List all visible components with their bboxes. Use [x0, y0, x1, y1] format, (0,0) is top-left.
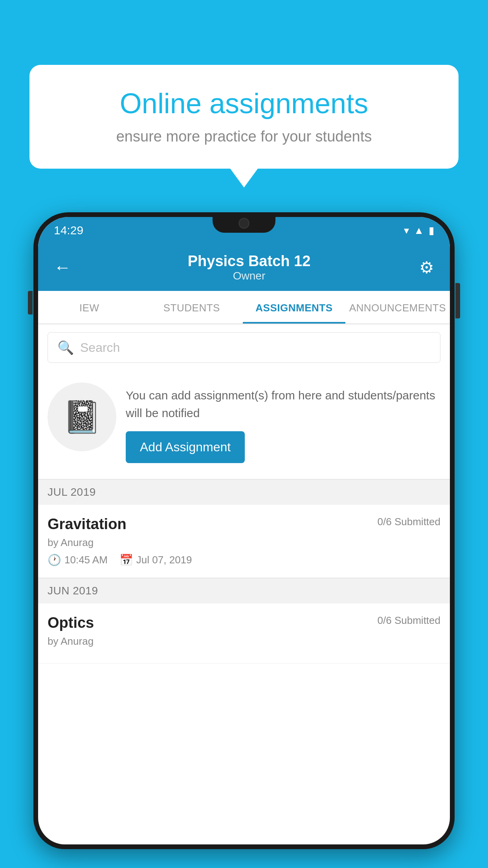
status-time: 14:29 [54, 224, 83, 237]
phone-notch [213, 212, 275, 233]
phone-screen: 14:29 ▾ ▲ ▮ ← Physics Batch 12 Owner ⚙ I… [38, 217, 450, 844]
phone-container: 14:29 ▾ ▲ ▮ ← Physics Batch 12 Owner ⚙ I… [33, 212, 455, 868]
assignment-time: 10:45 AM [64, 554, 108, 566]
tab-assignments[interactable]: ASSIGNMENTS [243, 291, 345, 324]
battery-icon: ▮ [429, 224, 434, 237]
promo-icon-circle: 📓 [48, 383, 116, 451]
back-button[interactable]: ← [54, 257, 71, 277]
calendar-icon: 📅 [119, 554, 133, 566]
search-placeholder: Search [80, 340, 120, 355]
add-assignment-button[interactable]: Add Assignment [126, 431, 245, 463]
clock-icon: 🕐 [48, 554, 61, 566]
promo-section: 📓 You can add assignment(s) from here an… [38, 371, 450, 479]
notebook-icon: 📓 [62, 399, 102, 436]
assignment-item-optics[interactable]: Optics 0/6 Submitted by Anurag [38, 603, 450, 664]
assignment-item-gravitation[interactable]: Gravitation 0/6 Submitted by Anurag 🕐 10… [38, 505, 450, 578]
search-input-wrapper[interactable]: 🔍 Search [48, 332, 440, 363]
phone-side-btn-right [455, 283, 460, 318]
speech-bubble-subtitle: ensure more practice for your students [57, 128, 431, 145]
status-icons: ▾ ▲ ▮ [404, 224, 434, 237]
meta-time: 🕐 10:45 AM [48, 554, 108, 566]
assignment-submitted: 0/6 Submitted [378, 516, 440, 528]
tab-announcements[interactable]: ANNOUNCEMENTS [345, 291, 450, 324]
settings-icon[interactable]: ⚙ [419, 258, 434, 277]
assignment-date: Jul 07, 2019 [136, 554, 192, 566]
app-bar-title-group: Physics Batch 12 Owner [79, 253, 419, 282]
promo-content: You can add assignment(s) from here and … [126, 383, 440, 463]
assignment-author: by Anurag [48, 537, 440, 549]
app-bar-title: Physics Batch 12 [79, 253, 419, 270]
assignment-row1-optics: Optics 0/6 Submitted [48, 614, 440, 631]
phone-side-btn-left [28, 291, 33, 314]
tab-students[interactable]: STUDENTS [141, 291, 243, 324]
search-container: 🔍 Search [38, 324, 450, 371]
tab-iew[interactable]: IEW [38, 291, 141, 324]
app-bar-subtitle: Owner [79, 270, 419, 282]
assignment-row1: Gravitation 0/6 Submitted [48, 516, 440, 533]
meta-date: 📅 Jul 07, 2019 [119, 554, 192, 566]
phone-camera [238, 218, 250, 229]
speech-bubble-title: Online assignments [57, 86, 431, 120]
section-header-jul: JUL 2019 [38, 479, 450, 505]
assignment-name: Gravitation [48, 516, 127, 533]
section-header-jun: JUN 2019 [38, 578, 450, 603]
assignment-submitted-optics: 0/6 Submitted [378, 614, 440, 627]
signal-icon: ▲ [414, 224, 424, 237]
tabs-container: IEW STUDENTS ASSIGNMENTS ANNOUNCEMENTS [38, 291, 450, 324]
speech-bubble: Online assignments ensure more practice … [29, 65, 459, 169]
assignment-meta: 🕐 10:45 AM 📅 Jul 07, 2019 [48, 554, 440, 566]
wifi-icon: ▾ [404, 224, 409, 237]
promo-text: You can add assignment(s) from here and … [126, 386, 440, 422]
assignment-name-optics: Optics [48, 614, 94, 631]
app-bar: ← Physics Batch 12 Owner ⚙ [38, 244, 450, 291]
search-icon: 🔍 [57, 340, 74, 355]
assignment-author-optics: by Anurag [48, 635, 440, 647]
phone-outer: 14:29 ▾ ▲ ▮ ← Physics Batch 12 Owner ⚙ I… [33, 212, 455, 849]
